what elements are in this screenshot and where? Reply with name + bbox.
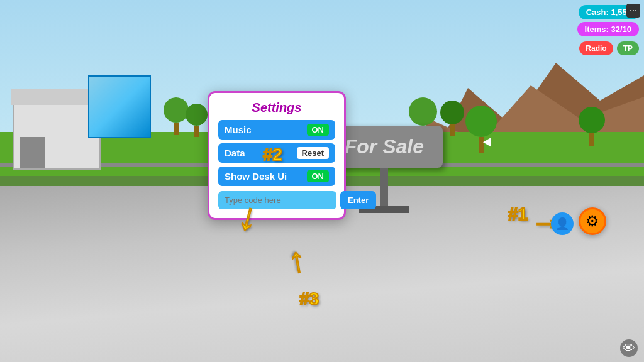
data-reset-button[interactable]: Reset [297,147,329,159]
sign-post [380,168,388,206]
radio-button[interactable]: Radio [579,41,613,55]
show-desk-ui-toggle[interactable]: ON [307,170,330,182]
items-badge: Items: 32/10 [577,22,639,36]
tree-1 [164,97,189,135]
menu-dots: ⋯ [630,6,637,15]
tree-top [465,106,497,137]
warehouse-building [13,101,101,170]
tree-top [579,107,605,133]
gear-symbol: ⚙ [586,212,599,230]
person-icon: 👤 [555,217,569,231]
tree-6 [579,107,605,146]
data-label: Data [225,148,245,158]
glass-building [88,75,151,138]
music-toggle[interactable]: ON [307,124,330,136]
tree-4 [440,101,464,136]
tree-trunk [174,123,179,135]
game-background: For Sale Settings Music ON Data Reset Sh… [0,0,644,362]
code-input[interactable] [218,191,336,209]
tree-trunk [450,124,455,136]
show-desk-ui-row: Show Desk Ui ON [218,167,335,186]
step1-label: #1 [508,204,528,224]
hud-buttons: Radio TP [579,41,639,55]
blue-circle-icon[interactable]: 👤 [551,212,574,235]
gear-settings-icon[interactable]: ⚙ [579,207,606,235]
tree-top [409,97,437,126]
step3-label: #3 [299,289,319,309]
step2-label: #2 [263,145,282,165]
eye-icon[interactable]: 👁 [620,339,638,357]
eye-symbol: 👁 [623,341,635,356]
corner-menu-icon[interactable]: ⋯ [626,4,640,18]
tree-trunk [194,126,199,137]
tree-trunk [479,137,484,153]
tp-button[interactable]: TP [617,41,639,55]
settings-title: Settings [218,101,335,115]
music-row: Music ON [218,120,335,140]
show-desk-ui-label: Show Desk Ui [225,171,287,182]
tree-top [186,104,208,126]
code-input-row: Enter [218,191,335,209]
tree-top [440,101,464,124]
enter-button[interactable]: Enter [340,191,376,209]
music-label: Music [225,124,252,135]
tree-top [164,97,189,123]
tree-trunk [589,133,594,146]
warehouse-door [20,137,45,168]
tree-2 [186,104,208,137]
